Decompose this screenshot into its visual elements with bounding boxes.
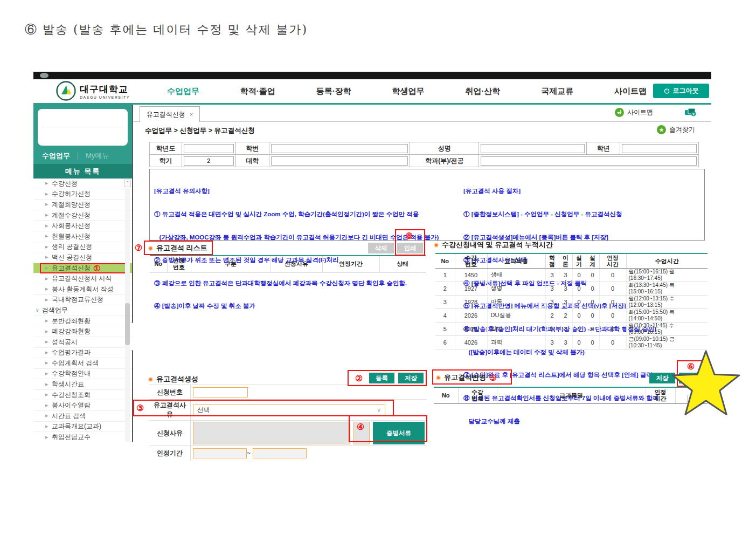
sidebar-item-sugang-lookup[interactable]: ▶수강신청조회 — [33, 390, 132, 401]
sidebar-item-service-plan[interactable]: ▶봉사 활동계획서 작성 — [33, 284, 132, 295]
window-control-icon — [40, 73, 48, 78]
name-input[interactable] — [481, 144, 585, 153]
chevron-down-icon: ∨ — [377, 407, 381, 414]
sidebar-tab-mymenu[interactable]: My메뉴 — [86, 151, 109, 161]
sidebar-item-closed-class[interactable]: ▶폐강강좌현황 — [33, 326, 132, 337]
period-start-input[interactable] — [193, 448, 247, 458]
arrow-icon: ▶ — [45, 181, 48, 186]
print-button[interactable]: 인쇄 — [397, 243, 423, 253]
nav-item-student[interactable]: 학생업무 — [392, 86, 424, 97]
college-input[interactable] — [271, 156, 408, 166]
period-end-input[interactable] — [253, 448, 307, 458]
university-logo[interactable]: 대구대학교 DAEGU UNIVERSITY — [56, 81, 130, 101]
tab-excused-absence[interactable]: 유고결석신청 × — [140, 106, 200, 122]
nav-item-international[interactable]: 국제교류 — [541, 86, 573, 97]
grade-input[interactable] — [622, 144, 697, 153]
sidebar-item-absence-form[interactable]: ▶유고결석신청서 서식 — [33, 273, 132, 284]
sidebar-item-social-service[interactable]: ▶사회봉사신청 — [33, 221, 132, 231]
favorite-star-icon: ★ — [657, 125, 666, 134]
sidebar-item-vaccine-absence[interactable]: ▶백신 공결신청 — [33, 252, 132, 263]
sidebar-item-credit-exchange[interactable]: ▶국내학점교류신청 — [33, 295, 132, 306]
logo-title: 대구대학교 — [80, 83, 130, 95]
menu-list-header: 메뉴 목록 — [33, 164, 132, 179]
close-all-tabs-icon[interactable]: x — [684, 108, 696, 119]
arrow-icon: ▶ — [45, 424, 48, 429]
sidebar-scrollbar-thumb[interactable] — [125, 303, 130, 345]
sidebar-item-seasonal-hope[interactable]: ▶계절희망신청 — [33, 200, 132, 210]
scrollbar-up-icon[interactable]: ⌃ — [124, 180, 131, 187]
sidebar-tab-classwork[interactable]: 수업업무 — [42, 151, 70, 161]
nav-item-records[interactable]: 학적·졸업 — [240, 86, 275, 97]
sidebar-item-sugang[interactable]: ▶수강신청 — [33, 179, 132, 189]
sidebar-item-eval-result[interactable]: ▶수업평가결과 — [33, 348, 132, 359]
logout-button[interactable]: 로그아웃 — [653, 84, 709, 98]
favorite-button[interactable]: ★ 즐겨찾기 — [657, 125, 695, 134]
annotation-2: ② — [355, 374, 363, 383]
arrow-icon: ▶ — [45, 382, 48, 387]
sidebar-item-class-status[interactable]: ▶분반강좌현황 — [33, 316, 132, 327]
sitemap-link[interactable]: ᆎ 사이트맵 — [615, 108, 653, 117]
sidebar-item-grade-post[interactable]: ▶성적공시 — [33, 337, 132, 348]
apply-section-title: 유고결석반영 ⑤ — [436, 373, 496, 382]
nav-item-career[interactable]: 취업·산학 — [465, 86, 500, 97]
student-info-form: 학년도 학번 성명 학년 학기 대학 학과(부)/전공 — [149, 142, 699, 167]
svg-text:x: x — [692, 112, 695, 116]
sidebar-item-credit-guide[interactable]: ▶수강학점안내 — [33, 369, 132, 380]
sidebar-item-syllabus-search[interactable]: ▶수업계획서 검색 — [33, 358, 132, 369]
app-header: 대구대학교 DAEGU UNIVERSITY 수업업무 학적·졸업 등록·장학 … — [33, 79, 711, 103]
browser-topbar — [33, 72, 711, 79]
arrow-icon: ▶ — [45, 319, 48, 323]
sidebar-item-timetable-search[interactable]: ▶시간표 검색 — [33, 411, 132, 422]
arrow-icon: ▶ — [45, 277, 48, 281]
dept-input[interactable] — [481, 156, 697, 166]
request-no-input[interactable] — [193, 387, 248, 397]
sidebar: 수업업무 My메뉴 메뉴 목록 ▶수강신청 ▶수강허가신청 ▶계절희망신청 ▶계… — [33, 105, 132, 442]
arrow-icon: ▶ — [45, 351, 48, 355]
chevron-down-icon: ∨ — [36, 307, 39, 313]
sidebar-item-clipped[interactable]: ▶취업전담교수 — [33, 432, 132, 442]
nav-item-sitemap[interactable]: 사이트맵 — [614, 86, 647, 97]
sidebar-item-excused-absence[interactable]: ▶ 유고결석신청 ① — [33, 263, 132, 274]
student-no-input[interactable] — [271, 144, 408, 153]
tab-bar: 유고결석신청 × ᆎ 사이트맵 x — [133, 105, 711, 122]
breadcrumb-bar: 수업업무 > 신청업무 > 유고결석신청 ★ 즐겨찾기 — [133, 122, 711, 138]
bullet-icon — [148, 246, 153, 251]
arrow-icon: ▶ — [45, 266, 48, 270]
nav-item-registration[interactable]: 등록·장학 — [316, 86, 351, 97]
label-student-no: 학번 — [235, 142, 269, 155]
sidebar-item-sugang-permit[interactable]: ▶수강허가신청 — [33, 189, 132, 200]
term-input[interactable] — [184, 156, 234, 166]
tab-close-icon[interactable]: × — [190, 111, 193, 118]
sidebar-item-blood-service[interactable]: ▶헌혈봉사신청 — [33, 231, 132, 242]
sidebar-item-service-record[interactable]: ▶봉사이수열람 — [33, 400, 132, 411]
notice-right-title: [유고결석 사용 절차] — [463, 187, 703, 195]
page-caption: ⑥ 발송 (발송 후에는 데이터 수정 및 삭제 불가) — [25, 22, 308, 38]
sidebar-item-menstrual-absence[interactable]: ▶생리 공결신청 — [33, 242, 132, 253]
delete-button[interactable]: 삭제 — [368, 243, 394, 253]
create-section-title: 유고결석생성 — [148, 374, 198, 384]
sidebar-item-course-overview[interactable]: ▶교과목개요(교과) — [33, 422, 132, 433]
create-save-button[interactable]: 저장 — [398, 373, 424, 383]
nav-item-classwork[interactable]: 수업업무 — [167, 86, 199, 97]
arrow-icon: ▶ — [45, 372, 48, 376]
sitemap-icon: ᆎ — [615, 108, 624, 117]
label-grade: 학년 — [587, 142, 620, 155]
sidebar-item-seasonal[interactable]: ▶계절수강신청 — [33, 210, 132, 221]
evidence-button[interactable]: 증빙서류 — [373, 422, 425, 444]
sidebar-tab-divider — [78, 152, 78, 160]
sidebar-top-panel: 수업업무 My메뉴 메뉴 목록 — [33, 105, 132, 179]
course-table: No 수강 번호 교과목명 학 점 이 론 실 기 설 계 인정 시간 수업시간… — [435, 253, 708, 349]
arrow-icon: ▶ — [45, 224, 48, 228]
arrow-icon: ▶ — [45, 213, 48, 217]
register-button[interactable]: 등록 — [369, 373, 394, 383]
label-reason: 신청사유 — [149, 421, 191, 446]
sidebar-group-search[interactable]: ∨검색업무 — [33, 305, 132, 316]
course-row: 11450생태33000월(15:00~16:15) 월(16:30~17:45… — [435, 268, 708, 282]
apply-table: No 수강 번호 교과목명 인정 시간 ✔ — [434, 387, 708, 404]
reason-type-select[interactable]: 선택 ∨ — [193, 404, 385, 416]
course-row: 54025일반33000월(10:30~11:45) 수(09:00~10:15… — [435, 322, 708, 335]
year-input[interactable] — [184, 144, 234, 153]
create-form: 신청번호 유고결석사유 선택 ∨ 신청사유 증빙서 — [149, 385, 427, 461]
sidebar-item-timetable[interactable]: ▶학생시간표 — [33, 379, 132, 390]
reason-textarea[interactable] — [193, 422, 350, 444]
